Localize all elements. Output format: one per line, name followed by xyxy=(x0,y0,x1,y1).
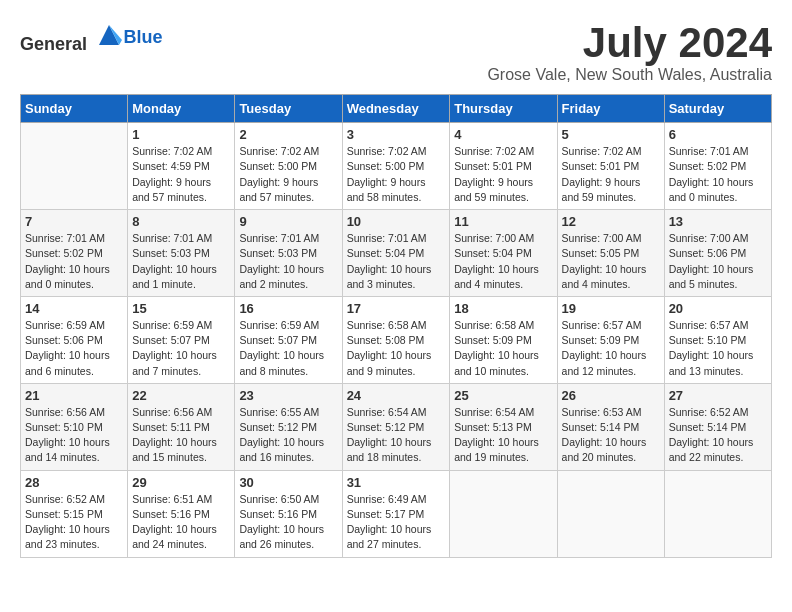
calendar-cell: 17Sunrise: 6:58 AMSunset: 5:08 PMDayligh… xyxy=(342,296,450,383)
day-header-wednesday: Wednesday xyxy=(342,95,450,123)
day-number: 25 xyxy=(454,388,552,403)
day-info: Sunrise: 6:59 AMSunset: 5:06 PMDaylight:… xyxy=(25,318,123,379)
day-number: 13 xyxy=(669,214,767,229)
logo-blue: Blue xyxy=(124,27,163,47)
week-row-1: 7Sunrise: 7:01 AMSunset: 5:02 PMDaylight… xyxy=(21,210,772,297)
day-number: 20 xyxy=(669,301,767,316)
day-number: 17 xyxy=(347,301,446,316)
calendar-cell xyxy=(450,470,557,557)
calendar-cell: 25Sunrise: 6:54 AMSunset: 5:13 PMDayligh… xyxy=(450,383,557,470)
calendar-cell: 26Sunrise: 6:53 AMSunset: 5:14 PMDayligh… xyxy=(557,383,664,470)
day-info: Sunrise: 6:58 AMSunset: 5:09 PMDaylight:… xyxy=(454,318,552,379)
day-number: 19 xyxy=(562,301,660,316)
day-info: Sunrise: 6:57 AMSunset: 5:09 PMDaylight:… xyxy=(562,318,660,379)
day-header-saturday: Saturday xyxy=(664,95,771,123)
day-info: Sunrise: 7:01 AMSunset: 5:03 PMDaylight:… xyxy=(132,231,230,292)
day-header-friday: Friday xyxy=(557,95,664,123)
calendar-cell: 11Sunrise: 7:00 AMSunset: 5:04 PMDayligh… xyxy=(450,210,557,297)
day-info: Sunrise: 7:02 AMSunset: 5:00 PMDaylight:… xyxy=(347,144,446,205)
day-number: 5 xyxy=(562,127,660,142)
day-number: 31 xyxy=(347,475,446,490)
calendar-cell: 27Sunrise: 6:52 AMSunset: 5:14 PMDayligh… xyxy=(664,383,771,470)
day-number: 8 xyxy=(132,214,230,229)
calendar-cell: 28Sunrise: 6:52 AMSunset: 5:15 PMDayligh… xyxy=(21,470,128,557)
calendar-cell: 8Sunrise: 7:01 AMSunset: 5:03 PMDaylight… xyxy=(128,210,235,297)
calendar-table: SundayMondayTuesdayWednesdayThursdayFrid… xyxy=(20,94,772,557)
calendar-cell xyxy=(664,470,771,557)
day-info: Sunrise: 6:53 AMSunset: 5:14 PMDaylight:… xyxy=(562,405,660,466)
calendar-cell: 9Sunrise: 7:01 AMSunset: 5:03 PMDaylight… xyxy=(235,210,342,297)
day-info: Sunrise: 6:59 AMSunset: 5:07 PMDaylight:… xyxy=(239,318,337,379)
day-number: 9 xyxy=(239,214,337,229)
calendar-cell: 12Sunrise: 7:00 AMSunset: 5:05 PMDayligh… xyxy=(557,210,664,297)
logo-general: General xyxy=(20,34,87,54)
day-info: Sunrise: 7:01 AMSunset: 5:02 PMDaylight:… xyxy=(25,231,123,292)
day-number: 4 xyxy=(454,127,552,142)
day-header-sunday: Sunday xyxy=(21,95,128,123)
calendar-cell: 4Sunrise: 7:02 AMSunset: 5:01 PMDaylight… xyxy=(450,123,557,210)
day-number: 30 xyxy=(239,475,337,490)
day-number: 11 xyxy=(454,214,552,229)
day-number: 28 xyxy=(25,475,123,490)
day-info: Sunrise: 7:02 AMSunset: 5:01 PMDaylight:… xyxy=(454,144,552,205)
day-info: Sunrise: 7:01 AMSunset: 5:03 PMDaylight:… xyxy=(239,231,337,292)
calendar-cell: 5Sunrise: 7:02 AMSunset: 5:01 PMDaylight… xyxy=(557,123,664,210)
day-number: 24 xyxy=(347,388,446,403)
day-info: Sunrise: 7:01 AMSunset: 5:02 PMDaylight:… xyxy=(669,144,767,205)
calendar-cell: 15Sunrise: 6:59 AMSunset: 5:07 PMDayligh… xyxy=(128,296,235,383)
calendar-cell: 7Sunrise: 7:01 AMSunset: 5:02 PMDaylight… xyxy=(21,210,128,297)
day-info: Sunrise: 6:58 AMSunset: 5:08 PMDaylight:… xyxy=(347,318,446,379)
day-info: Sunrise: 7:00 AMSunset: 5:06 PMDaylight:… xyxy=(669,231,767,292)
calendar-cell: 20Sunrise: 6:57 AMSunset: 5:10 PMDayligh… xyxy=(664,296,771,383)
day-header-thursday: Thursday xyxy=(450,95,557,123)
day-info: Sunrise: 6:50 AMSunset: 5:16 PMDaylight:… xyxy=(239,492,337,553)
day-info: Sunrise: 6:59 AMSunset: 5:07 PMDaylight:… xyxy=(132,318,230,379)
calendar-cell: 31Sunrise: 6:49 AMSunset: 5:17 PMDayligh… xyxy=(342,470,450,557)
week-row-4: 28Sunrise: 6:52 AMSunset: 5:15 PMDayligh… xyxy=(21,470,772,557)
calendar-cell xyxy=(21,123,128,210)
calendar-cell: 13Sunrise: 7:00 AMSunset: 5:06 PMDayligh… xyxy=(664,210,771,297)
day-number: 21 xyxy=(25,388,123,403)
day-number: 22 xyxy=(132,388,230,403)
calendar-cell: 23Sunrise: 6:55 AMSunset: 5:12 PMDayligh… xyxy=(235,383,342,470)
day-number: 15 xyxy=(132,301,230,316)
day-number: 7 xyxy=(25,214,123,229)
day-info: Sunrise: 7:02 AMSunset: 5:00 PMDaylight:… xyxy=(239,144,337,205)
logo-icon xyxy=(94,20,124,50)
day-number: 12 xyxy=(562,214,660,229)
calendar-cell: 10Sunrise: 7:01 AMSunset: 5:04 PMDayligh… xyxy=(342,210,450,297)
week-row-0: 1Sunrise: 7:02 AMSunset: 4:59 PMDaylight… xyxy=(21,123,772,210)
day-info: Sunrise: 6:57 AMSunset: 5:10 PMDaylight:… xyxy=(669,318,767,379)
day-info: Sunrise: 6:55 AMSunset: 5:12 PMDaylight:… xyxy=(239,405,337,466)
calendar-cell: 6Sunrise: 7:01 AMSunset: 5:02 PMDaylight… xyxy=(664,123,771,210)
day-info: Sunrise: 6:51 AMSunset: 5:16 PMDaylight:… xyxy=(132,492,230,553)
day-info: Sunrise: 6:52 AMSunset: 5:14 PMDaylight:… xyxy=(669,405,767,466)
location-title: Grose Vale, New South Wales, Australia xyxy=(487,66,772,84)
header-row: SundayMondayTuesdayWednesdayThursdayFrid… xyxy=(21,95,772,123)
day-info: Sunrise: 7:00 AMSunset: 5:05 PMDaylight:… xyxy=(562,231,660,292)
page-header: General Blue July 2024 Grose Vale, New S… xyxy=(20,20,772,84)
month-title: July 2024 xyxy=(487,20,772,66)
calendar-cell: 1Sunrise: 7:02 AMSunset: 4:59 PMDaylight… xyxy=(128,123,235,210)
day-info: Sunrise: 6:56 AMSunset: 5:10 PMDaylight:… xyxy=(25,405,123,466)
calendar-cell: 16Sunrise: 6:59 AMSunset: 5:07 PMDayligh… xyxy=(235,296,342,383)
day-number: 23 xyxy=(239,388,337,403)
calendar-cell: 3Sunrise: 7:02 AMSunset: 5:00 PMDaylight… xyxy=(342,123,450,210)
logo: General Blue xyxy=(20,20,163,55)
day-info: Sunrise: 7:01 AMSunset: 5:04 PMDaylight:… xyxy=(347,231,446,292)
calendar-cell: 18Sunrise: 6:58 AMSunset: 5:09 PMDayligh… xyxy=(450,296,557,383)
day-number: 18 xyxy=(454,301,552,316)
day-number: 3 xyxy=(347,127,446,142)
title-block: July 2024 Grose Vale, New South Wales, A… xyxy=(487,20,772,84)
week-row-3: 21Sunrise: 6:56 AMSunset: 5:10 PMDayligh… xyxy=(21,383,772,470)
day-info: Sunrise: 6:56 AMSunset: 5:11 PMDaylight:… xyxy=(132,405,230,466)
calendar-cell: 14Sunrise: 6:59 AMSunset: 5:06 PMDayligh… xyxy=(21,296,128,383)
day-number: 16 xyxy=(239,301,337,316)
day-info: Sunrise: 6:52 AMSunset: 5:15 PMDaylight:… xyxy=(25,492,123,553)
day-number: 10 xyxy=(347,214,446,229)
day-info: Sunrise: 7:02 AMSunset: 4:59 PMDaylight:… xyxy=(132,144,230,205)
day-info: Sunrise: 6:54 AMSunset: 5:13 PMDaylight:… xyxy=(454,405,552,466)
day-number: 14 xyxy=(25,301,123,316)
day-number: 2 xyxy=(239,127,337,142)
calendar-cell: 19Sunrise: 6:57 AMSunset: 5:09 PMDayligh… xyxy=(557,296,664,383)
